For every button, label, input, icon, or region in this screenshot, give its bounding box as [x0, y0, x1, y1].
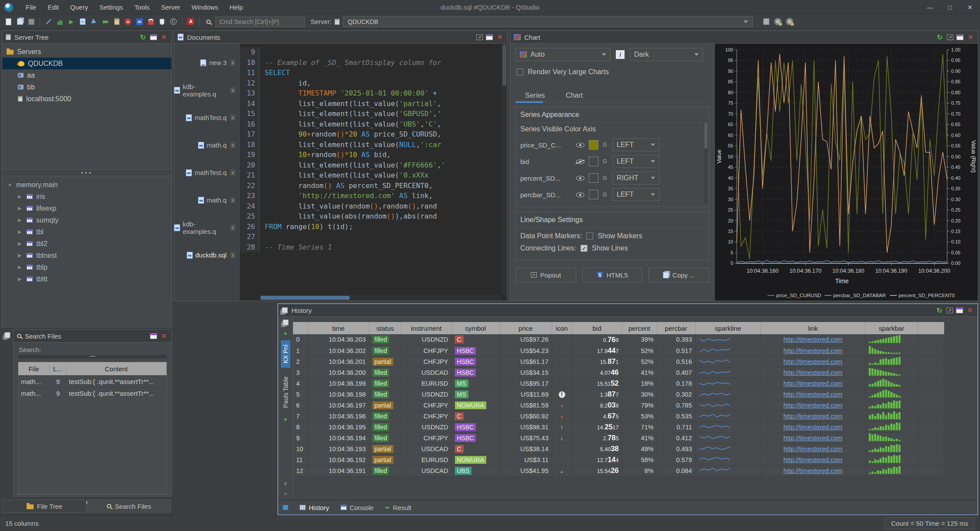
eye-icon[interactable]	[576, 143, 584, 147]
run-all-icon[interactable]: ▶▶	[101, 17, 109, 26]
ai-icon[interactable]: AI	[135, 17, 143, 26]
pdf-icon[interactable]: A	[187, 17, 195, 26]
color-swatch[interactable]	[589, 190, 598, 199]
link[interactable]: http://timestored.com	[783, 402, 842, 409]
doc-tab-mathtest-q[interactable]: mathTest.qx	[186, 104, 239, 131]
copy--button[interactable]: Copy ...	[649, 267, 709, 282]
table-row[interactable]: 1110:04:36.192partialEURUSDNOMURAUS$3.11…	[293, 454, 944, 465]
close-icon[interactable]: ×	[160, 332, 168, 339]
maximize-button[interactable]: □	[940, 0, 960, 14]
link[interactable]: http://timestored.com	[783, 467, 842, 474]
table-item-tblp[interactable]: ▶tblp	[2, 261, 171, 273]
editor-hscrollbar[interactable]	[260, 295, 502, 301]
col-status[interactable]: status	[369, 322, 401, 334]
server-item-bb[interactable]: bb	[2, 81, 171, 93]
col-rownum[interactable]	[293, 322, 308, 334]
table-item-iris[interactable]: ▶iris	[2, 191, 171, 202]
close-icon[interactable]: ×	[496, 34, 504, 41]
search-col-2[interactable]: Content	[66, 365, 167, 373]
menu-settings[interactable]: Settings	[94, 3, 129, 11]
series-scrollbar[interactable]	[704, 122, 708, 203]
menu-file[interactable]: File	[20, 3, 42, 11]
tab-search-files[interactable]: Search Files	[87, 500, 171, 513]
close-tab-icon[interactable]: x	[230, 142, 236, 148]
tab-console[interactable]: Console	[341, 504, 374, 511]
tab-result[interactable]: ➥Result	[385, 504, 411, 511]
cmd-search-input[interactable]	[215, 17, 305, 27]
table-row[interactable]: 310:04:36.200filledUSDCADHSBCUS$34.154.0…	[293, 367, 944, 378]
tab-history[interactable]: History	[300, 504, 329, 511]
refresh-icon[interactable]: ↻	[936, 307, 943, 314]
copy-icon[interactable]	[16, 17, 24, 26]
maximize-icon[interactable]	[150, 34, 157, 40]
close-icon[interactable]: ×	[160, 34, 168, 41]
table-row[interactable]: 1010:04:36.193partialUSDCADCUS$38.145.40…	[293, 443, 944, 454]
col-percent[interactable]: percent	[622, 322, 657, 334]
stop-icon[interactable]: ×	[124, 17, 132, 26]
link[interactable]: http://timestored.com	[783, 456, 842, 463]
close-tab-icon[interactable]: x	[230, 87, 236, 93]
popout-icon[interactable]: ↗	[946, 308, 953, 313]
table-item-tbl[interactable]: ▶tbl	[2, 226, 171, 238]
search-col-1[interactable]: L...	[50, 365, 66, 373]
table-row[interactable]: 1210:04:36.191filledUSDCADUBSUS$41.95▲15…	[293, 465, 944, 476]
link[interactable]: http://timestored.com	[783, 358, 842, 365]
edit-pen-icon[interactable]	[44, 17, 53, 26]
tab-file-tree[interactable]: File Tree	[3, 500, 86, 513]
col-bid[interactable]: bid	[572, 322, 622, 334]
table-item-sumqty[interactable]: ▶sumqty	[2, 214, 171, 226]
side-tab-kx-pnl[interactable]: KX Pnl	[281, 340, 290, 368]
gradient-toggle[interactable]: G	[603, 192, 608, 198]
axis-dropdown[interactable]: LEFT	[612, 138, 659, 151]
color-swatch[interactable]	[589, 140, 598, 150]
tab-series[interactable]: Series	[516, 89, 554, 102]
close-tab-icon[interactable]: x	[230, 169, 236, 176]
link[interactable]: http://timestored.com	[783, 380, 842, 387]
close-tab-icon[interactable]: x	[230, 224, 236, 231]
close-tab-icon[interactable]: x	[230, 252, 236, 258]
table-row[interactable]: 010:04:36.203filledUSDNZDCUS$97.260.7693…	[293, 334, 944, 345]
tree-root-servers[interactable]: Servers	[2, 46, 171, 58]
tree-splitter[interactable]: •••	[2, 169, 171, 176]
table-item-lifeexp[interactable]: ▶lifeexp	[2, 202, 171, 214]
server-item-qduckdb[interactable]: QDUCKDB	[2, 58, 171, 69]
axis-dropdown[interactable]: RIGHT	[612, 171, 659, 185]
color-swatch[interactable]	[589, 173, 598, 183]
axis-dropdown[interactable]: LEFT	[612, 155, 659, 168]
chart-type-dropdown[interactable]: Auto	[516, 48, 611, 61]
popout-button[interactable]: ↗Popout	[516, 267, 576, 282]
col-icon[interactable]: icon	[552, 322, 572, 334]
link[interactable]: http://timestored.com	[783, 347, 842, 354]
col-symbol[interactable]: symbol	[451, 322, 499, 334]
server-combo[interactable]: QDUCKDB	[343, 16, 753, 27]
link[interactable]: http://timestored.com	[783, 336, 842, 343]
popout-icon[interactable]: ↗	[947, 34, 953, 40]
pointer-icon[interactable]	[90, 17, 98, 26]
menu-tools[interactable]: Tools	[129, 3, 155, 11]
save-icon[interactable]	[27, 17, 35, 26]
flask-icon[interactable]	[158, 17, 166, 26]
copyright-icon[interactable]: C	[169, 17, 178, 26]
link[interactable]: http://timestored.com	[783, 424, 842, 431]
scroll-up-icon[interactable]: ▲	[283, 330, 288, 336]
server-item-localhost:5000[interactable]: localhost:5000	[2, 93, 171, 105]
menu-edit[interactable]: Edit	[42, 3, 65, 11]
popout-icon[interactable]: ↗	[476, 34, 483, 40]
table-item-tblnest[interactable]: ▶tblnest	[2, 250, 171, 261]
restore-panels-icon[interactable]	[283, 319, 289, 325]
server-item-aa[interactable]: aa	[2, 69, 171, 81]
doc-tab-new-3[interactable]: new 3x	[200, 49, 239, 76]
search-files-input[interactable]	[19, 355, 166, 358]
maximize-icon[interactable]	[956, 34, 963, 40]
menu-windows[interactable]: Windows	[186, 3, 224, 11]
link[interactable]: http://timestored.com	[783, 413, 842, 420]
search-result-row[interactable]: math...9testSub:{ .qunit.**assertTr**...	[18, 375, 167, 387]
eye-icon[interactable]	[576, 176, 584, 181]
col-price[interactable]: price	[499, 322, 552, 334]
close-icon[interactable]: ×	[966, 34, 974, 41]
menu-help[interactable]: Help	[224, 3, 249, 11]
axis-dropdown[interactable]: LEFT	[612, 188, 659, 201]
close-icon[interactable]: ×	[966, 307, 974, 314]
search-result-row[interactable]: math...9testSub:{ .qunit.**assertTr**...	[18, 387, 167, 399]
table-row[interactable]: 610:04:36.197partialCHFJPYNOMURAUS$81.59…	[293, 400, 944, 411]
